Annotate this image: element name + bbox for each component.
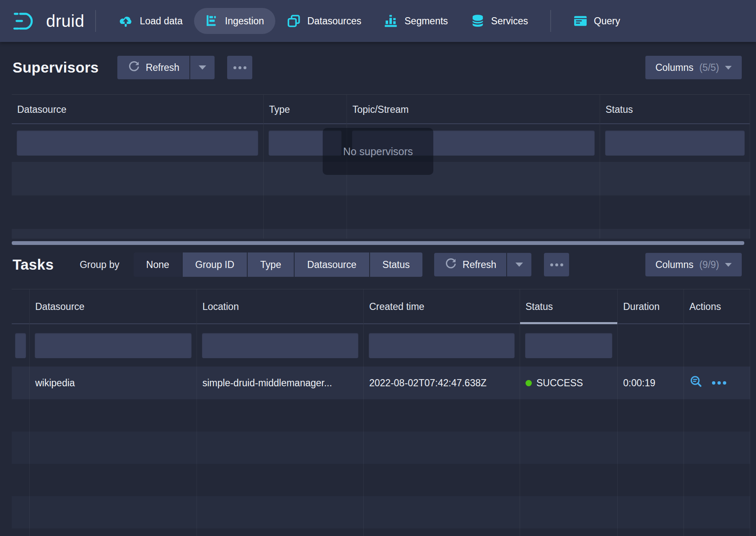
refresh-icon [444, 257, 457, 272]
table-row [12, 195, 750, 229]
supervisors-refresh-caret-button[interactable] [190, 56, 215, 79]
supervisors-columns-button[interactable]: Columns (5/5) [645, 56, 742, 79]
console-window-icon [573, 15, 588, 27]
filter-input-created-time[interactable] [369, 333, 515, 358]
table-row [12, 464, 750, 496]
columns-count: (5/5) [699, 62, 719, 73]
column-header-duration[interactable]: Duration [618, 289, 684, 324]
nav-item-label: Query [594, 16, 620, 27]
column-header-status[interactable]: Status [520, 289, 618, 324]
druid-logo[interactable]: druid [13, 10, 84, 32]
horizontal-scrollbar[interactable] [12, 241, 744, 245]
nav-item-label: Ingestion [225, 16, 264, 27]
cloud-upload-icon [118, 15, 133, 27]
tasks-title: Tasks [13, 256, 54, 273]
more-dots-icon [233, 66, 246, 69]
filter-input-location[interactable] [202, 333, 358, 358]
refresh-icon [127, 60, 140, 75]
nav-item-ingestion[interactable]: Ingestion [194, 8, 275, 34]
top-nav: druid Load data [0, 0, 756, 42]
nav-item-label: Services [491, 16, 528, 27]
nav-item-query[interactable]: Query [562, 8, 632, 34]
cell-location[interactable]: simple-druid-middlemanager... [197, 367, 364, 399]
row-more-dots-icon[interactable] [712, 381, 726, 385]
column-header-actions[interactable]: Actions [684, 289, 750, 324]
nav-item-segments[interactable]: Segments [373, 8, 459, 34]
columns-label: Columns [655, 259, 694, 271]
filter-input-status[interactable] [605, 130, 745, 156]
column-header-topic-stream[interactable]: Topic/Stream [347, 95, 600, 124]
supervisors-refresh-split: Refresh [117, 56, 215, 79]
database-icon [471, 14, 485, 28]
tasks-columns-button[interactable]: Columns (9/9) [645, 253, 742, 276]
group-by-label: Group by [80, 259, 119, 271]
supervisors-title: Supervisors [13, 59, 99, 76]
cell-status[interactable]: SUCCESS [520, 367, 618, 399]
supervisors-table: Datasource Type Topic/Stream Status No s… [12, 94, 750, 239]
tasks-refresh-caret-button[interactable] [507, 253, 531, 276]
column-header-partial[interactable] [12, 289, 30, 324]
column-header-datasource[interactable]: Datasource [30, 289, 197, 324]
refresh-label: Refresh [146, 62, 180, 73]
brand-name: druid [46, 12, 84, 31]
tasks-refresh-split: Refresh [434, 253, 532, 276]
supervisors-more-button[interactable] [227, 56, 252, 79]
cell-datasource[interactable]: wikipedia [30, 367, 197, 399]
table-row [12, 229, 750, 239]
cell-actions [684, 367, 750, 399]
group-by-none-button[interactable]: None [134, 252, 182, 277]
chevron-down-icon [515, 263, 523, 267]
no-supervisors-message: No supervisors [323, 128, 433, 175]
tasks-filter-row [12, 324, 750, 367]
bar-chart-icon [384, 14, 398, 28]
chevron-down-icon [725, 66, 732, 70]
chevron-down-icon [199, 65, 206, 70]
task-row-wikipedia[interactable]: wikipedia simple-druid-middlemanager... … [12, 367, 750, 399]
druid-logo-icon [13, 10, 40, 32]
filter-input-datasource[interactable] [35, 333, 192, 358]
supervisors-table-header: Datasource Type Topic/Stream Status [12, 94, 750, 124]
filter-input-partial[interactable] [15, 333, 26, 358]
group-by-datasource-button[interactable]: Datasource [295, 252, 369, 277]
column-header-status[interactable]: Status [600, 95, 750, 124]
nav-item-label: Datasources [307, 16, 361, 27]
cell-duration[interactable]: 0:00:19 [618, 367, 684, 399]
nav-item-datasources[interactable]: Datasources [275, 8, 373, 34]
supervisors-refresh-button[interactable]: Refresh [117, 56, 190, 79]
column-header-datasource[interactable]: Datasource [12, 95, 264, 124]
tasks-table: Datasource Location Created time Status … [12, 289, 750, 536]
more-dots-icon [550, 263, 563, 266]
nav-item-services[interactable]: Services [459, 8, 539, 34]
group-by-type-button[interactable]: Type [248, 252, 294, 277]
tasks-header: Tasks Group by None Group ID Type Dataso… [0, 252, 756, 277]
group-by-segmented-control: None Group ID Type Datasource Status [134, 252, 422, 277]
nav-divider [95, 10, 96, 32]
group-by-group-id-button[interactable]: Group ID [183, 252, 247, 277]
filter-input-status[interactable] [525, 333, 612, 358]
tasks-table-header: Datasource Location Created time Status … [12, 289, 750, 324]
ingestion-bars-icon [205, 14, 219, 28]
stacked-layers-icon [287, 14, 301, 28]
tasks-more-button[interactable] [544, 253, 569, 276]
group-by-status-button[interactable]: Status [370, 252, 422, 277]
tasks-refresh-button[interactable]: Refresh [434, 253, 507, 276]
cell-created-time[interactable]: 2022-08-02T07:42:47.638Z [364, 367, 520, 399]
status-success-dot [526, 380, 532, 386]
column-header-created-time[interactable]: Created time [364, 289, 520, 324]
refresh-label: Refresh [463, 259, 497, 271]
chevron-down-icon [725, 263, 732, 267]
nav-item-label: Segments [404, 16, 448, 27]
table-row [12, 496, 750, 528]
nav-divider [550, 10, 551, 32]
filter-input-datasource[interactable] [17, 130, 258, 156]
table-row [12, 528, 750, 536]
supervisors-header: Supervisors Refresh Columns (5/5) [0, 56, 756, 79]
druid-console: druid Load data [0, 0, 756, 536]
search-details-icon[interactable] [689, 375, 703, 391]
column-header-type[interactable]: Type [264, 95, 347, 124]
nav-item-load-data[interactable]: Load data [107, 8, 194, 34]
column-header-location[interactable]: Location [197, 289, 364, 324]
nav-item-label: Load data [140, 16, 182, 27]
columns-count: (9/9) [699, 259, 719, 271]
table-row [12, 399, 750, 432]
